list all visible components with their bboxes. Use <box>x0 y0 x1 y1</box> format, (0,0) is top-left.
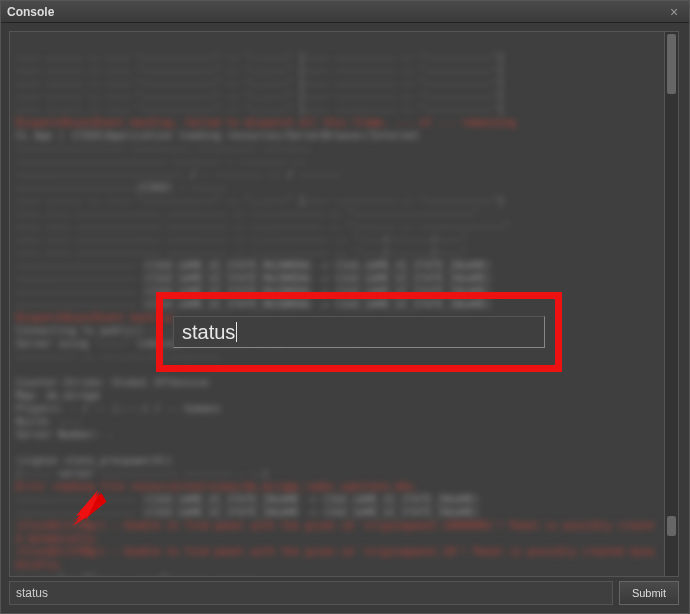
scrollbar-thumb[interactable] <box>667 34 676 94</box>
scrollbar[interactable] <box>664 32 678 576</box>
console-window: Console × ---- ------ -- ---- '---------… <box>0 0 690 614</box>
submit-button[interactable]: Submit <box>619 581 679 605</box>
console-input[interactable] <box>9 581 613 605</box>
close-icon[interactable]: × <box>665 4 683 20</box>
console-output-wrap: ---- ------ -- ---- '------------' -- '-… <box>9 31 679 577</box>
window-title: Console <box>7 5 665 19</box>
input-row: Submit <box>9 581 679 605</box>
console-output[interactable]: ---- ------ -- ---- '------------' -- '-… <box>10 32 664 576</box>
console-body: ---- ------ -- ---- '------------' -- '-… <box>1 23 689 613</box>
scrollbar-thumb-lower[interactable] <box>667 516 676 536</box>
titlebar: Console × <box>1 1 689 23</box>
console-log: ---- ------ -- ---- '------------' -- '-… <box>16 38 658 576</box>
